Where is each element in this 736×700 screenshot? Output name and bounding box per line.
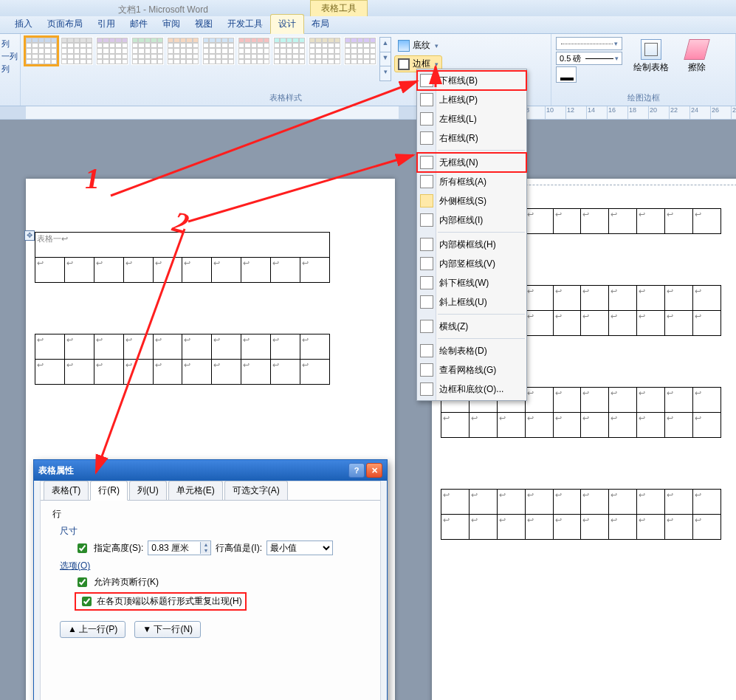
horizontal-ruler[interactable]: 810121416182022242628 — [0, 106, 736, 120]
gallery-scroll-up[interactable]: ▲ — [380, 38, 391, 52]
dialog-close-button[interactable]: ✕ — [366, 463, 382, 478]
table-style-thumb[interactable] — [61, 37, 93, 65]
border-type-icon — [420, 276, 433, 289]
tab-mailings[interactable]: 邮件 — [123, 15, 155, 33]
border-menu-label: 内部横框线(H) — [439, 239, 496, 251]
table-style-thumb[interactable] — [309, 37, 341, 65]
spin-down[interactable]: ▼ — [200, 548, 210, 554]
ruler-tick: 18 — [627, 106, 636, 119]
line-style-select[interactable] — [556, 37, 622, 50]
document-area[interactable]: ✥ 表格一↩ ↩↩↩↩↩↩↩↩↩↩ ↩↩↩↩↩↩↩↩↩↩ ↩↩↩↩↩↩↩↩↩↩ … — [0, 120, 736, 700]
ruler-tick: 20 — [648, 106, 657, 119]
row-height-is-label: 行高值是(I): — [216, 542, 262, 555]
specify-height-checkbox[interactable] — [78, 543, 87, 553]
next-row-button[interactable]: ▼ 下一行(N) — [134, 621, 201, 638]
table-style-thumb[interactable] — [273, 37, 306, 65]
dialog-body: 表格(T) 行(R) 列(U) 单元格(E) 可选文字(A) 行 尺寸 指定高度… — [40, 481, 381, 700]
border-type-icon — [420, 194, 433, 207]
border-menu-item[interactable]: 左框线(L) — [417, 109, 526, 128]
borders-icon — [398, 58, 410, 70]
border-menu-item[interactable]: 斜上框线(U) — [417, 292, 526, 312]
border-menu-label: 横线(Z) — [439, 320, 468, 333]
table-style-thumb[interactable] — [96, 37, 128, 65]
eraser-label: 擦除 — [688, 61, 706, 74]
group-label-draw-borders: 绘图边框 — [556, 92, 731, 104]
section-row-label: 行 — [52, 508, 368, 521]
pen-color-select[interactable] — [556, 66, 577, 83]
border-menu-item[interactable]: 内部框线(I) — [417, 210, 526, 230]
table-caption-cell[interactable]: 表格一↩ — [35, 233, 330, 258]
border-menu-item[interactable]: 内部横框线(H) — [417, 235, 526, 254]
shading-icon — [398, 40, 410, 52]
ruler-tick: 12 — [565, 106, 574, 119]
tab-design[interactable]: 设计 — [270, 14, 304, 34]
section-options-label[interactable]: 选项(O) — [60, 560, 368, 572]
dialog-tab-cell[interactable]: 单元格(E) — [168, 481, 223, 500]
tab-view[interactable]: 视图 — [188, 15, 220, 33]
table-style-thumb[interactable] — [131, 37, 164, 65]
draw-table-button[interactable]: 绘制表格 — [627, 37, 675, 76]
borders-dropdown-menu: 下框线(B)上框线(P)左框线(L)右框线(R)无框线(N)所有框线(A)外侧框… — [416, 69, 527, 401]
tab-page-layout[interactable]: 页面布局 — [40, 15, 90, 33]
eraser-button[interactable]: 擦除 — [680, 37, 714, 76]
quick-column: 列 一列 列 — [0, 34, 21, 106]
border-menu-item[interactable]: 无框线(N) — [417, 153, 526, 172]
table-style-thumb[interactable] — [202, 37, 235, 65]
prev-row-button[interactable]: ▲ 上一行(P) — [60, 621, 125, 638]
dialog-titlebar[interactable]: 表格属性 ? ✕ — [34, 460, 387, 481]
border-menu-item[interactable]: 所有框线(A) — [417, 172, 526, 191]
ribbon-tab-strip: 插入 页面布局 引用 邮件 审阅 视图 开发工具 设计 布局 — [0, 16, 736, 34]
repeat-header-checkbox[interactable] — [82, 597, 92, 606]
border-menu-item[interactable]: 斜下框线(W) — [417, 273, 526, 292]
table-move-handle[interactable]: ✥ — [24, 230, 35, 241]
table-style-thumb[interactable] — [344, 37, 376, 65]
border-menu-item[interactable]: 横线(Z) — [417, 317, 526, 336]
border-type-icon — [420, 320, 433, 333]
line-weight-select[interactable]: 0.5 磅 — [556, 52, 622, 65]
dialog-tabs: 表格(T) 行(R) 列(U) 单元格(E) 可选文字(A) — [41, 481, 380, 501]
border-type-icon — [420, 93, 433, 106]
dialog-tab-alttext[interactable]: 可选文字(A) — [224, 481, 288, 500]
border-menu-label: 左框线(L) — [439, 113, 477, 126]
table-1[interactable]: 表格一↩ ↩↩↩↩↩↩↩↩↩↩ ↩↩↩↩↩↩↩↩↩↩ ↩↩↩↩↩↩↩↩↩↩ — [35, 232, 330, 385]
ribbon: 列 一列 列 ▲ ▼ ▾ 底纹 — [0, 34, 736, 106]
gallery-scroll[interactable]: ▲ ▼ ▾ — [379, 37, 391, 81]
ruler-tick: 24 — [689, 106, 698, 119]
dialog-tab-row[interactable]: 行(R) — [90, 481, 128, 501]
border-menu-item[interactable]: 内部竖框线(V) — [417, 254, 526, 273]
tab-developer[interactable]: 开发工具 — [220, 15, 270, 33]
contextual-tab-table-tools[interactable]: 表格工具 — [310, 0, 368, 16]
gallery-more[interactable]: ▾ — [380, 66, 391, 80]
allow-row-break-checkbox[interactable] — [78, 577, 87, 587]
shading-button[interactable]: 底纹 — [394, 37, 442, 54]
border-menu-item[interactable]: 查看网格线(G) — [417, 360, 526, 380]
tab-layout[interactable]: 布局 — [304, 15, 337, 33]
border-menu-item[interactable]: 上框线(P) — [417, 90, 526, 109]
tab-insert[interactable]: 插入 — [7, 15, 40, 33]
border-type-icon — [420, 131, 433, 145]
tab-references[interactable]: 引用 — [90, 15, 123, 33]
quick-col-line: 列 — [1, 64, 18, 75]
dialog-content: 行 尺寸 指定高度(S): ▲▼ 行高值是(I): 最小值 选项(O) — [41, 501, 380, 648]
gallery-scroll-down[interactable]: ▼ — [380, 52, 391, 67]
border-menu-item[interactable]: 绘制表格(D) — [417, 341, 526, 360]
border-menu-label: 绘制表格(D) — [439, 345, 487, 357]
spin-up[interactable]: ▲ — [200, 542, 210, 548]
tab-review[interactable]: 审阅 — [155, 15, 188, 33]
row-height-mode-select[interactable]: 最小值 — [266, 541, 333, 555]
border-type-icon — [420, 175, 433, 188]
dialog-tab-column[interactable]: 列(U) — [129, 481, 167, 500]
dialog-tab-table[interactable]: 表格(T) — [44, 481, 89, 500]
row-height-input[interactable] — [148, 541, 200, 555]
border-menu-item[interactable]: 边框和底纹(O)... — [417, 380, 526, 399]
table-style-thumb[interactable] — [238, 37, 270, 65]
border-menu-item[interactable]: 右框线(R) — [417, 128, 526, 148]
dialog-help-button[interactable]: ? — [348, 463, 365, 478]
border-menu-item[interactable]: 下框线(B) — [417, 71, 526, 90]
row-height-spinner[interactable]: ▲▼ — [148, 541, 211, 555]
border-type-icon — [420, 112, 433, 126]
table-style-thumb[interactable] — [167, 37, 199, 65]
table-style-thumb[interactable] — [25, 37, 58, 65]
table-caption: 表格一 — [37, 234, 61, 243]
border-menu-item[interactable]: 外侧框线(S) — [417, 191, 526, 210]
